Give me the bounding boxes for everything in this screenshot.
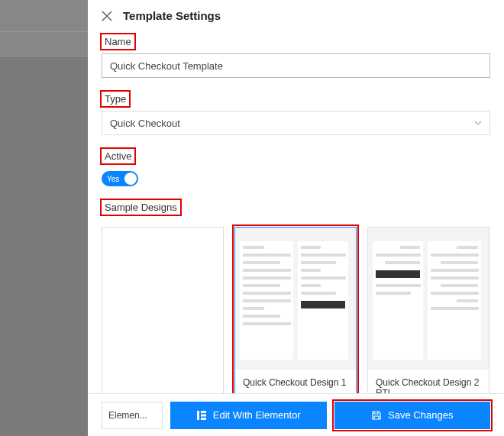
svg-rect-1 bbox=[201, 411, 206, 413]
type-select[interactable]: Quick Checkout bbox=[102, 111, 490, 135]
editor-select-value: Elemen... bbox=[108, 410, 147, 421]
panel-title: Template Settings bbox=[123, 9, 221, 22]
sample-designs-label: Sample Designs bbox=[102, 200, 180, 215]
sample-designs-field: Sample Designs bbox=[102, 200, 490, 219]
elementor-icon bbox=[196, 410, 207, 421]
svg-rect-0 bbox=[197, 411, 199, 420]
type-field: Type Quick Checkout bbox=[102, 92, 490, 135]
type-select-value: Quick Checkout bbox=[110, 118, 180, 129]
edit-button-label: Edit With Elementor bbox=[213, 409, 301, 421]
modal-backdrop bbox=[0, 0, 88, 436]
design-preview bbox=[235, 228, 356, 369]
design-preview bbox=[368, 228, 489, 369]
design-caption: Quick Checkout Design 1 bbox=[235, 369, 356, 396]
name-label: Name bbox=[102, 34, 134, 49]
svg-rect-3 bbox=[201, 418, 206, 420]
active-toggle[interactable]: Yes bbox=[102, 171, 138, 186]
type-label: Type bbox=[102, 92, 129, 106]
save-button-label: Save Changes bbox=[388, 409, 453, 421]
design-card-blank[interactable] bbox=[102, 227, 224, 399]
editor-select[interactable]: Elemen... bbox=[102, 402, 163, 429]
save-icon bbox=[371, 410, 382, 421]
active-label: Active bbox=[102, 149, 134, 163]
edit-with-elementor-button[interactable]: Edit With Elementor bbox=[170, 402, 327, 429]
close-icon[interactable] bbox=[102, 11, 112, 21]
save-changes-button[interactable]: Save Changes bbox=[334, 402, 491, 429]
panel-header: Template Settings bbox=[88, 0, 504, 31]
designs-grid: ✓ Quick Checkout Design 1 bbox=[102, 227, 490, 407]
toggle-knob bbox=[124, 173, 137, 185]
template-settings-panel: Template Settings Name Type Quick Checko… bbox=[88, 0, 504, 436]
toggle-state-label: Yes bbox=[107, 175, 119, 183]
active-field: Active Yes bbox=[102, 149, 490, 186]
chevron-down-icon bbox=[474, 119, 482, 127]
name-input[interactable] bbox=[102, 53, 490, 78]
svg-rect-2 bbox=[201, 414, 206, 416]
design-card-1[interactable]: ✓ Quick Checkout Design 1 bbox=[234, 227, 357, 407]
name-field: Name bbox=[102, 34, 490, 78]
design-card-2[interactable]: Quick Checkout Design 2 RTL bbox=[367, 227, 489, 407]
panel-footer: Elemen... Edit With Elementor Save Chang… bbox=[88, 393, 504, 436]
